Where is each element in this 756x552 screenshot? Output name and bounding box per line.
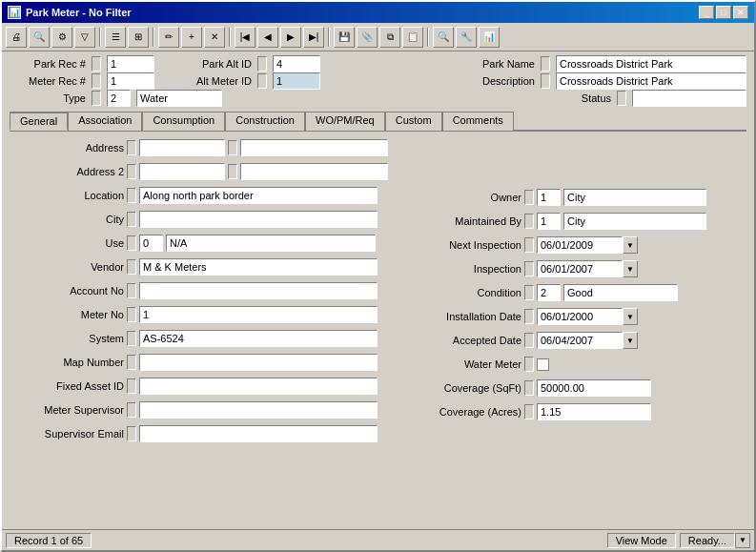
coverage-sqft-row: Coverage (SqFt) (407, 378, 746, 399)
separator-4 (328, 28, 330, 47)
attach-button[interactable]: 📎 (357, 27, 378, 48)
park-alt-id-input[interactable] (273, 55, 320, 72)
status-input[interactable] (632, 90, 746, 107)
use-num-input[interactable] (139, 235, 163, 252)
alt-meter-id-input[interactable] (273, 72, 320, 90)
account-no-marker (127, 283, 136, 298)
meter-no-marker (127, 307, 136, 322)
accepted-date-dropdown[interactable]: ▼ (623, 332, 638, 349)
save-button[interactable]: 💾 (334, 27, 355, 48)
app-icon: 📊 (8, 6, 21, 19)
first-button[interactable]: |◀ (235, 27, 255, 48)
address-marker2 (228, 140, 237, 155)
owner-value-input[interactable] (563, 189, 706, 206)
tab-association[interactable]: Association (68, 112, 142, 131)
last-inspection-input[interactable] (537, 260, 623, 277)
installation-date-dropdown[interactable]: ▼ (623, 308, 638, 325)
coverage-sqft-label: Coverage (SqFt) (407, 382, 521, 394)
installation-date-input[interactable] (537, 308, 623, 325)
address2-input1[interactable] (139, 163, 225, 180)
accepted-date-input[interactable] (537, 332, 623, 349)
scroll-indicator[interactable]: ▼ (735, 533, 750, 548)
settings-button[interactable]: ⚙ (51, 27, 72, 48)
meter-supervisor-input[interactable] (139, 401, 378, 419)
view-mode-status: View Mode (607, 533, 676, 548)
search-button[interactable]: 🔍 (29, 27, 50, 48)
address2-marker2 (228, 164, 237, 179)
next-inspection-input[interactable] (537, 236, 623, 254)
meter-rec-input[interactable] (107, 72, 154, 90)
city-input[interactable] (139, 211, 378, 228)
fixed-asset-id-input[interactable] (139, 378, 378, 395)
water-meter-checkbox[interactable] (537, 358, 549, 371)
tab-construction[interactable]: Construction (225, 112, 305, 131)
park-rec-input[interactable] (107, 55, 154, 72)
location-marker (127, 188, 136, 203)
address2-input2[interactable] (240, 163, 388, 180)
system-input[interactable] (139, 330, 378, 347)
coverage-sqft-input[interactable] (537, 379, 651, 397)
tab-custom[interactable]: Custom (385, 112, 442, 131)
filter-button[interactable]: ▽ (74, 27, 95, 48)
account-no-label: Account No (10, 285, 124, 296)
type-num-input[interactable] (107, 90, 131, 107)
map-number-row: Map Number (10, 352, 388, 373)
tab-comments[interactable]: Comments (442, 112, 514, 131)
last-inspection-dropdown[interactable]: ▼ (623, 260, 638, 277)
accepted-date-row: Accepted Date ▼ (407, 330, 746, 351)
coverage-acres-input[interactable] (537, 403, 651, 420)
park-alt-id-marker (257, 56, 267, 72)
tab-wo-pm-req[interactable]: WO/PM/Req (305, 112, 385, 131)
copy-button[interactable]: ⧉ (379, 27, 400, 48)
zoom-button[interactable]: 🔍 (433, 27, 454, 48)
edit-button[interactable]: ✏ (158, 27, 179, 48)
use-value-input[interactable] (166, 235, 376, 252)
last-condition-value-input[interactable] (563, 284, 678, 301)
next-button[interactable]: ▶ (280, 27, 301, 48)
accepted-date-marker (524, 333, 534, 348)
address-input1[interactable] (139, 139, 225, 156)
owner-num-input[interactable] (537, 189, 561, 206)
city-label: City (10, 214, 124, 225)
list-button[interactable]: ☰ (105, 27, 126, 48)
use-label: Use (10, 237, 124, 249)
main-window: 📊 Park Meter - No Filter _ □ ✕ 🖨 🔍 ⚙ ▽ ☰… (0, 0, 756, 552)
minimize-button[interactable]: _ (699, 6, 714, 19)
print-button[interactable]: 🖨 (6, 27, 27, 48)
type-value-input[interactable] (136, 90, 222, 107)
next-inspection-dropdown[interactable]: ▼ (623, 236, 638, 254)
park-name-input[interactable] (556, 55, 746, 72)
supervisor-email-input[interactable] (139, 425, 378, 442)
prev-button[interactable]: ◀ (257, 27, 278, 48)
paste-button[interactable]: 📋 (402, 27, 423, 48)
water-meter-marker (524, 357, 534, 372)
grid-button[interactable]: ⊞ (128, 27, 149, 48)
tab-general[interactable]: General (10, 112, 68, 131)
tool-button[interactable]: 🔧 (456, 27, 477, 48)
add-button[interactable]: + (181, 27, 202, 48)
supervisor-email-row: Supervisor Email (10, 423, 388, 444)
type-label: Type (10, 92, 86, 104)
maintained-by-num-input[interactable] (537, 213, 561, 230)
description-input[interactable] (556, 72, 746, 90)
separator-3 (229, 28, 231, 47)
vendor-input[interactable] (139, 258, 378, 276)
last-condition-num-input[interactable] (537, 284, 561, 301)
tab-consumption[interactable]: Consumption (142, 112, 225, 131)
last-condition-label: Condition (407, 287, 521, 298)
address-input2[interactable] (240, 139, 388, 156)
maintained-by-marker (524, 214, 534, 229)
fixed-asset-id-label: Fixed Asset ID (10, 380, 124, 392)
meter-no-input[interactable] (139, 306, 378, 323)
delete-button[interactable]: ✕ (204, 27, 225, 48)
maximize-button[interactable]: □ (716, 6, 731, 19)
close-button[interactable]: ✕ (733, 6, 748, 19)
location-input[interactable] (139, 187, 378, 204)
next-inspection-marker (524, 237, 534, 253)
account-no-input[interactable] (139, 282, 378, 299)
alt-meter-id-label: Alt Meter ID (185, 75, 252, 87)
maintained-by-value-input[interactable] (563, 213, 706, 230)
report-button[interactable]: 📊 (479, 27, 500, 48)
last-button[interactable]: ▶| (303, 27, 324, 48)
map-number-input[interactable] (139, 354, 378, 371)
